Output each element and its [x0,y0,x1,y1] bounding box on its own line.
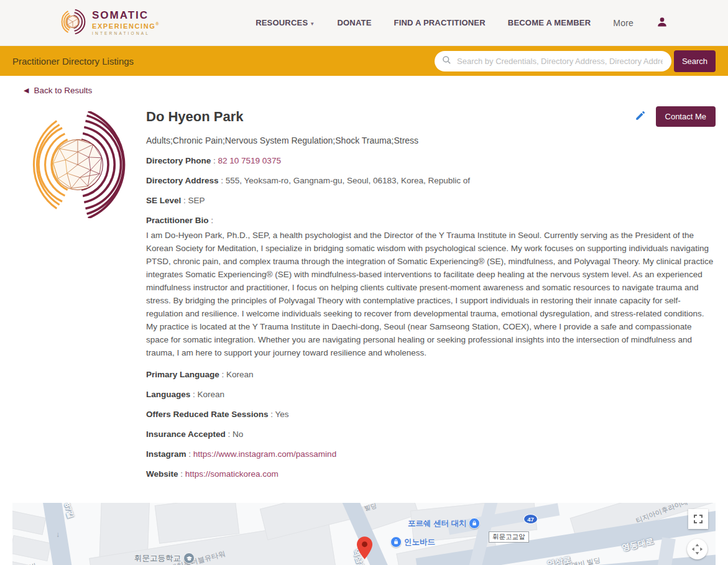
logo-line3: INTERNATIONAL [92,32,160,36]
shopping-icon [390,536,402,548]
poi-porsche-center[interactable]: 포르쉐 센터 대치 [408,518,480,529]
instagram-link[interactable]: https://www.instagram.com/passamind [193,449,336,459]
site-header: SOMATIC EXPERIENCING® INTERNATIONAL RESO… [0,0,728,46]
practitioner-profile: Do Hyeon Park Contact Me Adults;Chronic … [0,100,728,489]
field-insurance: Insurance Accepted : No [146,429,716,439]
map-pin-icon[interactable] [357,536,372,561]
bus-stop-label: 휘문고교앞 [489,531,529,543]
search-icon [442,55,451,67]
oneway-arrow-icon: ↓ [56,530,60,539]
field-directory-phone: Directory Phone : 82 10 7519 0375 [146,156,716,165]
practitioner-bio: I am Do-Hyeon Park, Ph.D., SEP, a health… [146,229,716,359]
directory-search: Search [435,50,716,72]
field-reduced-rate: Offers Reduced Rate Sessions : Yes [146,410,716,419]
field-instagram: Instagram : https://www.instagram.com/pa… [146,449,716,459]
nav-more[interactable]: More [613,18,634,28]
edit-button[interactable] [635,110,646,123]
location-map[interactable]: ↓ ↑ ← 87길 76길 역삼로97길 역삼로 역삼로 역삼로 영동대로 영동… [12,503,716,565]
chevron-down-icon: ▼ [310,21,315,27]
user-account-button[interactable] [656,16,668,30]
contact-me-button[interactable]: Contact Me [656,106,716,127]
field-directory-address: Directory Address : 555, Yeoksam-ro, Gan… [146,176,716,185]
field-primary-language: Primary Language : Korean [146,370,716,379]
map-building [12,511,46,535]
field-se-level: SE Level : SEP [146,196,716,205]
website-link[interactable]: https://somatickorea.com [185,469,279,479]
page-banner: Practitioner Directory Listings Search [0,46,728,76]
map-fullscreen-button[interactable] [688,509,708,529]
bio-label: Practitioner Bio [146,216,209,225]
logo-line2: EXPERIENCING [92,22,155,30]
field-languages: Languages : Korean [146,390,716,399]
search-box[interactable] [435,51,671,71]
practitioner-avatar [19,211,137,220]
nav-find-practitioner[interactable]: FIND A PRACTITIONER [394,18,486,27]
shopping-icon [469,518,480,529]
back-to-results-link[interactable]: ◀ Back to Results [24,86,92,95]
map-building [12,535,51,561]
phone-link[interactable]: 82 10 7519 0375 [218,156,281,165]
practitioner-name: Do Hyeon Park [146,109,244,125]
field-website: Website : https://somatickorea.com [146,469,716,479]
poi-school[interactable]: 휘문고등학교 [134,553,195,564]
nav-donate[interactable]: DONATE [337,18,371,27]
poi-innovad[interactable]: 인노바드 [390,536,435,548]
page-title: Practitioner Directory Listings [12,56,134,67]
logo-mark-icon [58,8,87,37]
back-arrow-icon: ◀ [24,86,29,94]
site-logo[interactable]: SOMATIC EXPERIENCING® INTERNATIONAL [58,8,160,37]
logo-line1: SOMATIC [92,10,160,21]
search-button[interactable]: Search [674,50,716,72]
nav-resources[interactable]: RESOURCES▼ [256,18,315,27]
person-icon [656,16,668,30]
nav-become-member[interactable]: BECOME A MEMBER [508,18,591,27]
school-icon [183,553,195,564]
pencil-icon [635,110,646,123]
main-nav: RESOURCES▼ DONATE FIND A PRACTITIONER BE… [256,16,668,30]
search-input[interactable] [456,56,664,67]
specialties-list: Adults;Chronic Pain;Nervous System Regul… [146,136,716,145]
registered-mark: ® [155,22,160,26]
